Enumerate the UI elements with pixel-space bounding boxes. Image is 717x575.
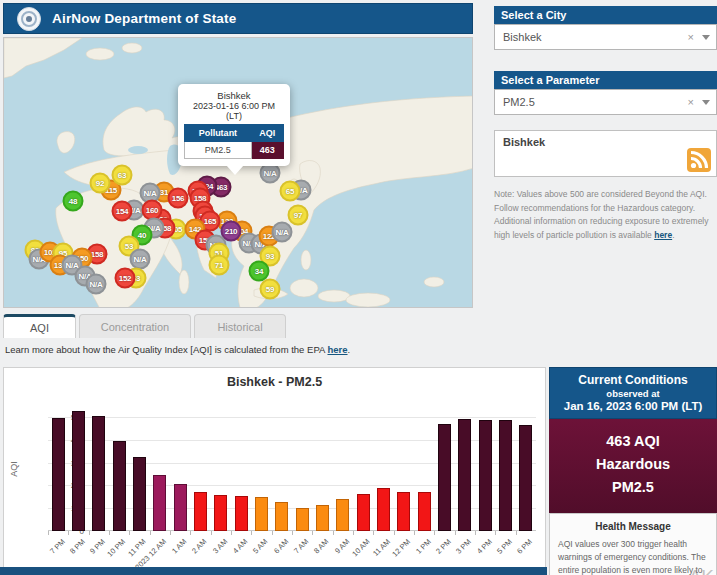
app-title: AirNow Department of State [52, 11, 236, 26]
chart-bar[interactable] [296, 508, 309, 531]
chart-bar[interactable] [275, 502, 288, 531]
popup-aqi-header: AQI [251, 125, 283, 142]
chart-bar[interactable] [174, 484, 187, 531]
chart-x-axis-label: 10 AM [350, 537, 371, 558]
chart-x-axis-label: 11 AM [371, 537, 392, 558]
city-chevron-down-icon[interactable] [702, 35, 710, 40]
map-marker[interactable]: 48 [63, 191, 84, 212]
learn-more-here-link[interactable]: here [327, 344, 347, 355]
chart-bar[interactable] [336, 499, 349, 531]
chart-bar[interactable] [153, 475, 166, 531]
map-marker[interactable]: 97 [288, 205, 309, 226]
chart-x-axis-label: 5 AM [251, 537, 269, 555]
chart-x-axis-label: 9 AM [333, 537, 351, 555]
chart-bar[interactable] [357, 494, 370, 531]
popup-datetime: 2023-01-16 6:00 PM [184, 101, 284, 111]
popup-timezone: (LT) [184, 111, 284, 121]
chart-bar[interactable] [113, 441, 126, 531]
airnow-page: AirNow Department of State [0, 0, 717, 575]
app-header: AirNow Department of State [3, 3, 473, 34]
popup-pollutant-value: PM2.5 [185, 142, 252, 159]
chart-bar[interactable] [397, 492, 410, 531]
chart-bar[interactable] [438, 424, 451, 531]
chart-bar[interactable] [255, 497, 268, 531]
chart-title: Bishkek - PM2.5 [4, 375, 545, 389]
chart-x-axis-label: 2 PM [434, 537, 453, 556]
chart-bar[interactable] [194, 492, 207, 531]
chart-x-axis-label: 8 PM [68, 537, 87, 556]
department-of-state-seal-icon [17, 7, 41, 31]
map-marker[interactable]: 59 [260, 279, 281, 300]
map-popup: Bishkek 2023-01-16 6:00 PM (LT) Pollutan… [178, 84, 290, 166]
map-marker[interactable]: 152 [115, 268, 136, 289]
map-marker[interactable]: 65 [280, 181, 301, 202]
popup-aqi-value: 463 [251, 142, 283, 159]
tab-aqi[interactable]: AQI [3, 314, 76, 338]
chart-bar[interactable] [418, 492, 431, 531]
city-clear-icon[interactable]: × [683, 31, 699, 43]
chart-plot-area: 0100200300400500 [48, 409, 536, 531]
observed-datetime: Jan 16, 2023 6:00 PM (LT) [552, 400, 714, 412]
city-select[interactable]: Bishkek × [494, 24, 717, 50]
view-tabs: AQI Concentration Historical [3, 314, 286, 338]
popup-city: Bishkek [184, 90, 284, 101]
current-conditions-header: Current Conditions observed at Jan 16, 2… [549, 367, 717, 419]
chart-bar[interactable] [52, 418, 65, 531]
parameter-select[interactable]: PM2.5 × [494, 89, 717, 115]
popup-pollutant-header: Pollutant [185, 125, 252, 142]
parameter-select-value: PM2.5 [503, 96, 683, 108]
chart-gridline [48, 417, 536, 418]
popup-table: Pollutant AQI PM2.5 463 [184, 124, 284, 159]
sidebar: Select a City Bishkek × Select a Paramet… [494, 0, 717, 242]
chart-bar[interactable] [499, 420, 512, 531]
chart-x-axis-label: 12 PM [391, 537, 413, 559]
beyond-aqi-note: Note: Values above 500 are considered Be… [494, 188, 717, 242]
chart-x-axis-label: 5 PM [495, 537, 514, 556]
map-marker[interactable]: N/A [130, 249, 151, 270]
map-marker[interactable]: 154 [112, 201, 133, 222]
select-city-header: Select a City [494, 6, 717, 24]
chart-bar[interactable] [72, 411, 85, 531]
chart-bar[interactable] [458, 419, 471, 531]
map-marker[interactable]: 92 [90, 173, 111, 194]
map-marker[interactable]: N/A [272, 222, 293, 243]
rss-feed-icon[interactable] [687, 148, 711, 172]
chart-bar[interactable] [316, 505, 329, 531]
chart-x-axis-label: 10 PM [106, 537, 128, 559]
select-parameter-header: Select a Parameter [494, 71, 717, 89]
chart-bar[interactable] [214, 495, 227, 531]
observed-at-label: observed at [552, 388, 714, 399]
map-marker[interactable]: 156 [168, 188, 189, 209]
map-marker[interactable]: 63 [112, 165, 133, 186]
note-period: . [672, 230, 674, 240]
feed-box: Bishkek [494, 130, 717, 177]
aqi-map[interactable]: 11592634831N/A156N/A154136160105158N/A40… [3, 37, 473, 308]
chart-x-axis-label: 7 AM [292, 537, 310, 555]
chart-bar[interactable] [377, 488, 390, 531]
note-text: Note: Values above 500 are considered Be… [494, 189, 709, 240]
chart-bar[interactable] [235, 496, 248, 531]
parameter-chevron-down-icon[interactable] [702, 100, 710, 105]
parameter-clear-icon[interactable]: × [683, 96, 699, 108]
chart-y-axis-label: AQI [9, 461, 19, 477]
chart-bar[interactable] [479, 420, 492, 531]
learn-more-period: . [348, 344, 351, 355]
chart-x-axis-label: 3 AM [211, 537, 229, 555]
feed-city-text: Bishkek [503, 136, 545, 148]
chart-bar[interactable] [133, 457, 146, 531]
current-aqi-value: 463 AQI [549, 430, 717, 453]
map-marker[interactable]: N/A [86, 274, 107, 295]
note-here-link[interactable]: here [654, 230, 672, 240]
chart-x-axis-label: 4 PM [475, 537, 494, 556]
current-aqi-pollutant: PM2.5 [549, 476, 717, 499]
chart-x-axis-label: 8 AM [312, 537, 330, 555]
chart-bar[interactable] [92, 416, 105, 531]
current-aqi-category: Hazardous [549, 453, 717, 476]
chart-bar[interactable] [519, 425, 532, 531]
map-marker[interactable]: 71 [209, 255, 230, 276]
tab-concentration[interactable]: Concentration [79, 314, 191, 338]
health-message-title: Health Message [558, 521, 708, 532]
current-aqi-block: 463 AQI Hazardous PM2.5 [549, 419, 717, 513]
chart-x-axis-label: 1 PM [414, 537, 433, 556]
tab-historical[interactable]: Historical [194, 314, 286, 338]
